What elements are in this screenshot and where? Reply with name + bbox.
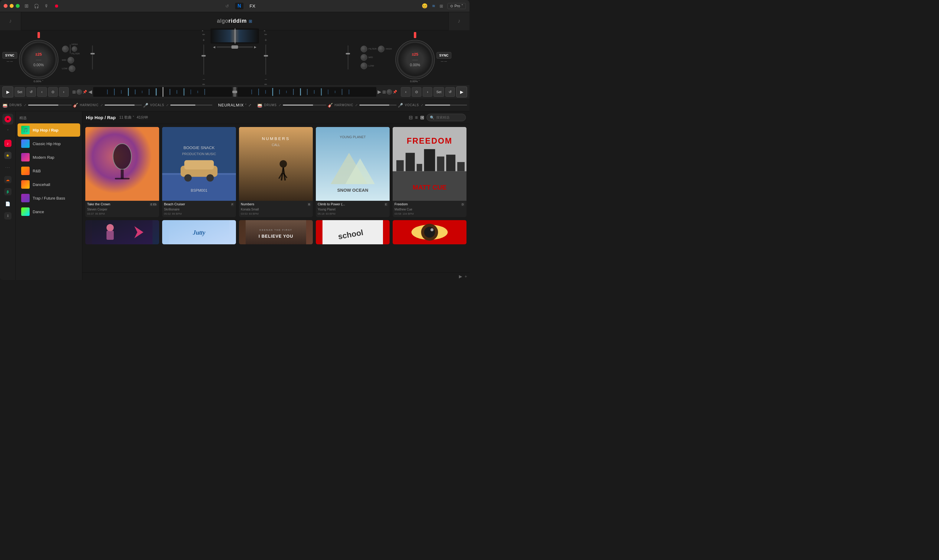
song-card-7[interactable]: KEENAN THE FIRST I BELIEVE YOU bbox=[239, 220, 313, 244]
neural-mix-expand-icon[interactable]: ⤢ bbox=[248, 103, 251, 107]
category-item-modern[interactable]: Modern Rap bbox=[17, 151, 80, 164]
sidebar-icon-soundcloud[interactable]: ☁ bbox=[2, 174, 13, 185]
minus-right-icon[interactable]: − bbox=[265, 77, 267, 82]
mic-icon[interactable]: 🎙 bbox=[45, 4, 49, 8]
arrow-harmonic-right-icon[interactable]: ⤢ bbox=[355, 103, 357, 107]
search-box[interactable]: 🔍 搜索精选 bbox=[426, 114, 466, 121]
mixer-icon[interactable]: ⊞ bbox=[25, 3, 28, 9]
next-right-button[interactable]: › bbox=[423, 87, 432, 97]
prev-right-button[interactable]: ‹ bbox=[401, 87, 411, 97]
sidebar-icon-file[interactable]: 📄 bbox=[2, 198, 13, 209]
arrow-drums-right-icon[interactable]: ⤢ bbox=[279, 103, 281, 107]
search-input[interactable]: 搜索精选 bbox=[436, 115, 449, 120]
drums-left-slider[interactable] bbox=[28, 105, 72, 106]
next-left-button[interactable]: › bbox=[59, 87, 69, 97]
crossfader-vertical[interactable] bbox=[233, 87, 236, 97]
set-right-button[interactable]: Set bbox=[434, 87, 444, 97]
pin-left-icon[interactable]: 📌 bbox=[83, 90, 87, 94]
back-left-icon[interactable]: ◀ bbox=[88, 89, 92, 95]
crossfader[interactable] bbox=[217, 46, 253, 48]
sync-right-button[interactable]: SYNC bbox=[437, 52, 451, 58]
edit-right-icon[interactable]: ✏ bbox=[265, 33, 267, 37]
song-card-5[interactable] bbox=[85, 220, 159, 244]
headphones-icon[interactable]: 🎧 bbox=[34, 4, 39, 8]
category-item-dancehall[interactable]: Dancehall bbox=[17, 178, 80, 191]
eq-low-knob-left[interactable] bbox=[69, 65, 75, 72]
song-card-0[interactable]: Take the Crown E Eb Steven Cooper 03:37 … bbox=[85, 127, 159, 217]
eq-high-knob-right[interactable] bbox=[378, 46, 385, 52]
turntable-left[interactable]: ±25 — 0.00% bbox=[19, 40, 58, 79]
reload-button[interactable]: ↺ bbox=[225, 4, 229, 8]
filter-knob-center-right[interactable] bbox=[386, 89, 392, 95]
category-item-classic[interactable]: Classic Hip Hop bbox=[17, 137, 80, 150]
pads-left-icon[interactable]: ⊞ bbox=[72, 89, 76, 94]
neural-mix-button[interactable]: N bbox=[235, 3, 243, 9]
sidebar-icon-vinyl[interactable] bbox=[2, 114, 13, 125]
face-icon[interactable]: 😊 bbox=[422, 3, 428, 9]
record-icon[interactable]: ⏺ bbox=[54, 3, 59, 9]
edit-left-icon[interactable]: ✏ bbox=[202, 33, 205, 37]
close-button[interactable] bbox=[4, 4, 8, 8]
category-item-rnb[interactable]: R&B bbox=[17, 164, 80, 177]
neural-mix-center[interactable]: NEURALMIX ˅ ⤢ bbox=[214, 103, 256, 107]
arrow-vocals-right-icon[interactable]: ⤢ bbox=[421, 103, 423, 107]
edit-right-bottom-icon[interactable]: ✏ bbox=[265, 83, 267, 86]
turntable-right[interactable]: ±25 — 0.00% bbox=[396, 40, 435, 79]
pin-right-icon[interactable]: 📌 bbox=[393, 90, 397, 94]
pitch-percent-left[interactable]: 0.00% ˅ bbox=[34, 80, 43, 83]
play-left-button[interactable]: ▶ bbox=[2, 86, 13, 97]
grid-view-icon[interactable]: ⊞ bbox=[420, 115, 424, 120]
song-card-1[interactable]: BOOGIE SNACK PRODUCTION MUSIC BSPM001 bbox=[162, 127, 236, 217]
song-card-2[interactable]: NUMBERS CALL Numbers bbox=[239, 127, 313, 217]
song-count[interactable]: 11 歌曲 ˅ bbox=[119, 115, 134, 120]
song-card-8[interactable]: school bbox=[316, 220, 389, 244]
harmonic-right-slider[interactable] bbox=[359, 105, 397, 106]
forward-right-icon[interactable]: ▶ bbox=[377, 89, 381, 95]
list-bottom-icon[interactable]: ▶ bbox=[459, 274, 462, 279]
add-left-icon[interactable]: + bbox=[202, 37, 205, 42]
pro-badge[interactable]: ⊙ Pro ˅ bbox=[447, 3, 466, 9]
add-right-icon[interactable]: + bbox=[265, 37, 267, 42]
loop-left-button[interactable]: ↺ bbox=[26, 87, 36, 97]
cue-left-button[interactable]: ⊙ bbox=[48, 87, 58, 97]
eq-high-knob-left[interactable] bbox=[62, 46, 69, 52]
set-left-button[interactable]: Set bbox=[14, 87, 25, 97]
maximize-button[interactable] bbox=[16, 4, 20, 8]
edit-left-bottom-icon[interactable]: ✏ bbox=[202, 83, 205, 86]
add-bottom-icon[interactable]: + bbox=[465, 274, 467, 279]
song-card-9[interactable] bbox=[393, 220, 466, 244]
harmonic-left-slider[interactable] bbox=[105, 105, 142, 106]
play-right-button[interactable]: ▶ bbox=[456, 86, 467, 97]
sidebar-icon-star[interactable]: ★ bbox=[2, 150, 13, 161]
song-card-6[interactable]: Jutty bbox=[162, 220, 236, 244]
sidebar-icon-download[interactable]: ⬇ bbox=[2, 211, 13, 222]
pitch-percent-right[interactable]: 0.00% ˅ bbox=[410, 80, 420, 83]
loop-right-button[interactable]: ↺ bbox=[445, 87, 455, 97]
category-item-hiphop[interactable]: 🎵 Hip Hop / Rap bbox=[17, 123, 80, 137]
sidebar-icon-beatport[interactable]: β bbox=[2, 186, 13, 197]
filter-knob-right[interactable] bbox=[360, 46, 367, 52]
song-card-4[interactable]: FREEDOM MATT CUE Freedom D Matthew Cue 0… bbox=[393, 127, 466, 217]
eq-mid-knob-right[interactable] bbox=[360, 54, 367, 61]
sidebar-icon-music[interactable]: ♪ bbox=[2, 138, 13, 149]
eq-low-knob-right[interactable] bbox=[360, 63, 367, 69]
waveform-icon[interactable]: ≋ bbox=[432, 4, 435, 8]
arrow-drums-left-icon[interactable]: ⤢ bbox=[24, 103, 26, 107]
prev-left-button[interactable]: ‹ bbox=[37, 87, 47, 97]
arrow-vocals-left-icon[interactable]: ⤢ bbox=[166, 103, 168, 107]
minimize-button[interactable] bbox=[10, 4, 14, 8]
cue-right-button[interactable]: ⊙ bbox=[412, 87, 422, 97]
filter-icon[interactable]: ⊟ bbox=[409, 115, 413, 120]
drums-right-slider[interactable] bbox=[283, 105, 326, 106]
vocals-left-slider[interactable] bbox=[170, 105, 212, 106]
minus-left-icon[interactable]: − bbox=[202, 77, 205, 82]
category-item-trap[interactable]: Trap / Future Bass bbox=[17, 191, 80, 205]
pads-right-icon[interactable]: ⊞ bbox=[382, 89, 386, 94]
arrow-harmonic-left-icon[interactable]: ⤢ bbox=[100, 103, 103, 107]
song-card-3[interactable]: YOUNG PLANET SNOW OCEAN Climb to Power (… bbox=[316, 127, 389, 217]
filter-knob-center-left[interactable] bbox=[77, 89, 82, 95]
category-item-dance[interactable]: Dance bbox=[17, 205, 80, 218]
eq-mid-knob-left[interactable] bbox=[68, 57, 74, 63]
vocals-right-slider[interactable] bbox=[425, 105, 467, 106]
sync-left-button[interactable]: SYNC bbox=[2, 52, 17, 58]
